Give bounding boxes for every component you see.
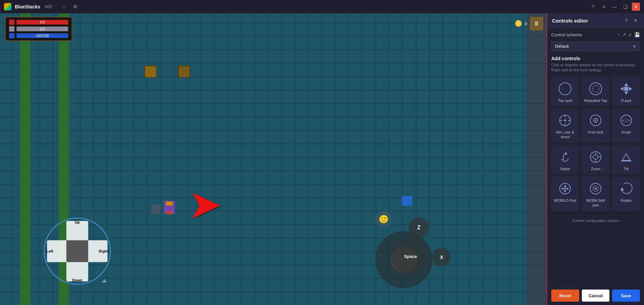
restore-button[interactable]: ❑	[621, 3, 629, 11]
zoom-icon	[588, 150, 603, 164]
ce-title: Controls editor	[552, 18, 622, 24]
app-name: BlueStacks	[15, 4, 40, 9]
repeated-tap-icon	[588, 81, 603, 96]
moba-skill-pad-label: MOBA Skill pad	[584, 198, 607, 208]
hp-icon	[9, 20, 14, 25]
export-scheme-icon[interactable]: ↗	[622, 32, 626, 37]
control-moba-skill-pad[interactable]: MOBA Skill pad	[582, 177, 610, 211]
dpad-icon	[619, 81, 634, 96]
z-label: Z	[417, 225, 421, 231]
control-aim-pan-shoot[interactable]: Aim, pan & shoot	[551, 109, 579, 143]
menu-button[interactable]: ≡	[600, 3, 608, 11]
ce-close-icon[interactable]: ✕	[632, 17, 639, 24]
ce-help-icon[interactable]: ?	[622, 17, 630, 24]
mp-bar: 180/180	[16, 33, 68, 38]
scheme-dropdown[interactable]: Default ▼	[551, 41, 640, 51]
repeated-tap-label: Repeated Tap	[584, 98, 607, 103]
upload-scheme-icon[interactable]: ↑	[618, 32, 620, 37]
svg-marker-30	[561, 187, 563, 190]
save-scheme-icon[interactable]: 💾	[634, 32, 640, 37]
svg-point-2	[592, 85, 599, 92]
control-swipe[interactable]: Swipe	[551, 145, 579, 174]
item-count: 0	[525, 21, 527, 26]
svg-marker-31	[567, 187, 569, 190]
help-button[interactable]: ?	[589, 3, 597, 11]
home-button[interactable]: ⌂	[60, 3, 68, 11]
zoom-label: Zoom	[591, 166, 600, 171]
control-repeated-tap[interactable]: Repeated Tap	[582, 77, 610, 106]
z-button[interactable]: Z	[409, 218, 429, 238]
x-button[interactable]: X	[432, 248, 451, 266]
svg-point-13	[564, 119, 566, 121]
close-button[interactable]: ✕	[632, 3, 640, 11]
free-look-label: Free look	[588, 130, 603, 135]
tap-spot-icon	[558, 81, 572, 96]
hud: 6/6 5/5 180/180	[5, 17, 72, 41]
svg-marker-29	[564, 190, 566, 193]
svg-marker-28	[564, 185, 566, 187]
scheme-row: Control scheme ↑ ↗ ↙ 💾	[551, 32, 640, 37]
control-rotate[interactable]: Rotate	[612, 177, 640, 211]
mp-value: 180/180	[16, 33, 68, 38]
svg-marker-36	[621, 187, 624, 191]
aim-pan-shoot-icon	[558, 113, 572, 128]
control-free-look[interactable]: Free look	[582, 109, 610, 143]
smiley-face: 🙂	[375, 211, 392, 228]
svg-text:</>: </>	[622, 118, 630, 123]
script-icon: </>	[619, 113, 634, 128]
dpad-circle: Up Down Left Right	[44, 218, 111, 285]
control-tilt[interactable]: Tilt	[612, 145, 640, 174]
mp-icon	[9, 33, 14, 38]
bluestacks-logo	[4, 3, 11, 10]
pause-button[interactable]	[530, 17, 543, 30]
ce-footer: Reset Cancel Save	[547, 286, 644, 305]
dpad-cross: Up Down Left Right	[45, 219, 110, 284]
svg-marker-6	[629, 87, 632, 91]
reset-button[interactable]: Reset	[551, 290, 579, 302]
tap-spot-label: Tap spot	[558, 98, 572, 103]
control-dpad[interactable]: D-pad	[612, 77, 640, 106]
moba-dpad-label: MOBA D-Pad	[554, 198, 576, 203]
cancel-button[interactable]: Cancel	[582, 290, 610, 302]
gold-icon: 🪙	[515, 20, 522, 27]
moba-skill-pad-icon	[588, 181, 603, 196]
scheme-label: Control scheme	[551, 32, 615, 37]
rotate-label: Rotate	[620, 198, 631, 203]
free-look-icon	[588, 113, 603, 128]
svg-marker-5	[620, 87, 624, 91]
controls-editor-panel: Controls editor ? ✕ Control scheme ↑ ↗ ↙…	[547, 13, 644, 305]
control-tap-spot[interactable]: Tap spot	[551, 77, 579, 106]
sp-bar: 5/5	[16, 27, 68, 31]
import-scheme-icon[interactable]: ↙	[628, 32, 632, 37]
tilt-label: Tilt	[624, 166, 629, 171]
ce-header: Controls editor ? ✕	[547, 13, 644, 28]
cat-sprite	[151, 205, 161, 214]
sign-sprite	[144, 66, 157, 78]
minimize-button[interactable]: —	[610, 3, 618, 11]
svg-marker-3	[624, 83, 628, 86]
control-moba-dpad[interactable]: MOBA D-Pad	[551, 177, 579, 211]
red-arrow: ➤	[188, 184, 222, 224]
control-zoom[interactable]: Zoom	[582, 145, 610, 174]
game-area: 6/6 5/5 180/180	[0, 13, 547, 305]
controls-grid: Tap spot Repeated Tap	[551, 77, 640, 211]
titlebar: BlueStacks N32 ⌂ ⧉ ? ≡ — ❑ ✕	[0, 0, 644, 13]
ce-body: Control scheme ↑ ↗ ↙ 💾 Default ▼ Add con…	[547, 28, 644, 286]
space-label: Space	[404, 254, 417, 259]
sp-value: 5/5	[16, 27, 68, 31]
space-button[interactable]: Space	[392, 238, 429, 275]
add-controls-title: Add controls	[551, 56, 640, 61]
control-script[interactable]: </> Script	[612, 109, 640, 143]
svg-point-21	[593, 155, 598, 159]
main-content: 6/6 5/5 180/180	[0, 13, 644, 305]
dpad-label: D-pad	[621, 98, 631, 103]
dropdown-arrow-icon: ▼	[633, 44, 636, 48]
moba-dpad-icon	[558, 181, 572, 196]
blue-item	[402, 196, 412, 206]
layers-button[interactable]: ⧉	[71, 3, 79, 11]
player-sprite	[164, 201, 175, 214]
svg-marker-4	[624, 91, 628, 95]
swipe-label: Swipe	[560, 166, 570, 171]
add-controls-desc: Click or drag the actions on the screen …	[551, 63, 640, 73]
save-button[interactable]: Save	[612, 290, 640, 302]
